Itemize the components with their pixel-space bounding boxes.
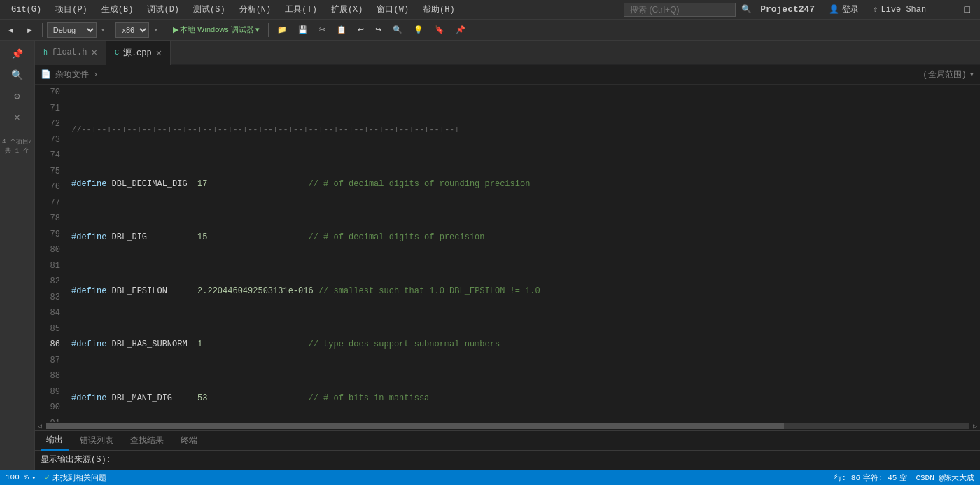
file-category-label[interactable]: 杂项文件 (55, 69, 89, 80)
sidebar-search-icon[interactable]: 🔍 (5, 64, 30, 85)
line-73-text: #define DBL_EPSILON 2.2204460492503131e-… (71, 285, 540, 297)
build-config-select[interactable]: Debug Release (47, 22, 97, 38)
toolbar: ◄ ► Debug Release ▾ x86 x64 ▾ ▶ 本地 Windo… (0, 20, 980, 41)
menu-project[interactable]: 项目(P) (50, 2, 93, 17)
line-num-89: 89 (41, 384, 60, 400)
line-71-text: #define DBL_DECIMAL_DIG 17 // # of decim… (71, 178, 530, 190)
user-icon: 👤 (829, 4, 839, 15)
separator-3 (164, 23, 164, 37)
menu-build[interactable]: 生成(B) (96, 2, 139, 17)
undo-button[interactable]: ↩ (354, 24, 368, 36)
menu-test[interactable]: 测试(S) (188, 2, 231, 17)
line-num-91: 91 (41, 416, 60, 423)
tab-source-cpp[interactable]: C 源.cpp ✕ (106, 41, 171, 65)
forward-button[interactable]: ► (22, 24, 38, 36)
zoom-label: 100 % (6, 473, 29, 482)
char-label: 字符: 45 (863, 472, 897, 483)
output-tab-output[interactable]: 输出 (41, 431, 69, 451)
save-button[interactable]: 💾 (294, 24, 312, 36)
menu-debug[interactable]: 调试(D) (141, 2, 185, 17)
line-label: 行: 86 (834, 472, 860, 483)
output-tab-find[interactable]: 查找结果 (125, 431, 169, 451)
horizontal-scrollbar[interactable]: ◁ ▷ (35, 422, 980, 430)
sidebar-settings-icon[interactable]: ⚙ (5, 85, 30, 106)
status-line-info[interactable]: 行: 86 字符: 45 空 (834, 472, 908, 483)
line-num-70: 70 (41, 85, 60, 101)
editor-area: h float.h ✕ C 源.cpp ✕ 📄 杂项文件 › (全局范围) ▾ … (35, 41, 980, 470)
csdn-label: CSDN @陈大大成 (916, 472, 974, 483)
cut-button[interactable]: ✂ (315, 24, 330, 36)
code-editor[interactable]: 70 71 72 73 74 75 76 77 78 79 80 81 82 8… (35, 85, 980, 422)
tab-bar: h float.h ✕ C 源.cpp ✕ (35, 41, 980, 65)
line-72-text: #define DBL_DIG 15 // # of decimal digit… (71, 231, 485, 244)
menu-extensions[interactable]: 扩展(X) (326, 2, 369, 17)
zoom-dropdown-icon: ▾ (31, 473, 36, 482)
line-num-81: 81 (41, 258, 60, 274)
line-num-84: 84 (41, 305, 60, 321)
output-tab-terminal[interactable]: 终端 (175, 431, 203, 451)
scroll-left-arrow[interactable]: ◁ (35, 422, 45, 430)
output-tab-errors[interactable]: 错误列表 (74, 431, 119, 451)
scope-label[interactable]: (全局范围) (923, 69, 966, 80)
tab-source-cpp-close[interactable]: ✕ (156, 48, 162, 58)
open-folder-button[interactable]: 📁 (273, 24, 291, 36)
copy-button[interactable]: 📋 (332, 24, 351, 36)
menu-help[interactable]: 帮助(H) (417, 2, 461, 17)
menu-analyze[interactable]: 分析(N) (234, 2, 277, 17)
pin-button[interactable]: 📌 (451, 24, 470, 36)
back-button[interactable]: ◄ (3, 24, 19, 36)
file-category-icon: 📄 (41, 69, 51, 80)
lightbulb-button[interactable]: 💡 (410, 24, 428, 36)
search-icon[interactable]: 🔍 (741, 4, 752, 15)
config-arrow: ▾ (99, 25, 107, 34)
run-button[interactable]: ▶ 本地 Windows 调试器 ▾ (169, 23, 264, 36)
status-bar: 100 % ▾ ✓ 未找到相关问题 行: 86 字符: 45 空 CSDN @陈… (0, 470, 980, 485)
maximize-button[interactable]: □ (960, 4, 974, 15)
status-no-issues[interactable]: ✓ 未找到相关问题 (45, 472, 106, 483)
line-num-74: 74 (41, 148, 60, 164)
code-line-72: #define DBL_DIG 15 // # of decimal digit… (71, 230, 974, 246)
code-line-70: //--+--+--+--+--+--+--+--+--+--+--+--+--… (71, 122, 974, 139)
tab-float-h[interactable]: h float.h ✕ (35, 41, 106, 65)
user-area: 👤 登录 (829, 3, 859, 15)
sidebar-close-icon[interactable]: ✕ (5, 106, 30, 127)
menu-git[interactable]: Git(G) (6, 3, 47, 16)
breadcrumb-separator: › (93, 70, 98, 80)
code-line-73: #define DBL_EPSILON 2.2204460492503131e-… (71, 283, 974, 300)
line-num-90: 90 (41, 400, 60, 416)
project-count-label: 4 个项目/共 1 个 (0, 136, 34, 157)
window-controls: — □ (940, 4, 974, 15)
line-num-71: 71 (41, 101, 60, 117)
user-label[interactable]: 登录 (842, 3, 859, 15)
line-num-75: 75 (41, 164, 60, 180)
tab-float-h-label: float.h (52, 48, 87, 57)
code-line-75: #define DBL_MANT_DIG 53 // # of bits in … (71, 391, 974, 407)
menu-tools[interactable]: 工具(T) (279, 2, 323, 17)
tab-float-h-icon: h (43, 49, 48, 57)
find-button[interactable]: 🔍 (388, 24, 407, 36)
line-num-87: 87 (41, 353, 60, 369)
menu-window[interactable]: 窗口(W) (371, 2, 414, 17)
line-num-80: 80 (41, 242, 60, 258)
line-num-76: 76 (41, 179, 60, 195)
separator-4 (268, 23, 269, 37)
status-csdn[interactable]: CSDN @陈大大成 (916, 472, 974, 483)
left-sidebar: 📌 🔍 ⚙ ✕ 4 个项目/共 1 个 (0, 41, 35, 470)
redo-button[interactable]: ↪ (371, 24, 386, 36)
scrollbar-track[interactable] (46, 423, 969, 429)
bookmark-button[interactable]: 🔖 (430, 24, 449, 36)
live-share-label[interactable]: Live Shan (881, 5, 926, 15)
code-line-71: #define DBL_DECIMAL_DIG 17 // # of decim… (71, 176, 974, 192)
arch-select[interactable]: x86 x64 (115, 22, 149, 38)
minimize-button[interactable]: — (940, 4, 954, 15)
search-input[interactable] (624, 3, 736, 17)
code-content[interactable]: //--+--+--+--+--+--+--+--+--+--+--+--+--… (66, 85, 980, 422)
space-label: 空 (899, 472, 907, 483)
tab-float-h-close[interactable]: ✕ (91, 48, 97, 57)
sidebar-pin-icon[interactable]: 📌 (5, 43, 30, 64)
scope-dropdown-icon[interactable]: ▾ (969, 69, 974, 80)
scrollbar-thumb[interactable] (46, 423, 784, 429)
line-74-text: #define DBL_HAS_SUBNORM 1 // type does s… (71, 338, 500, 351)
status-zoom[interactable]: 100 % ▾ (6, 473, 36, 482)
scroll-right-arrow[interactable]: ▷ (970, 422, 980, 430)
